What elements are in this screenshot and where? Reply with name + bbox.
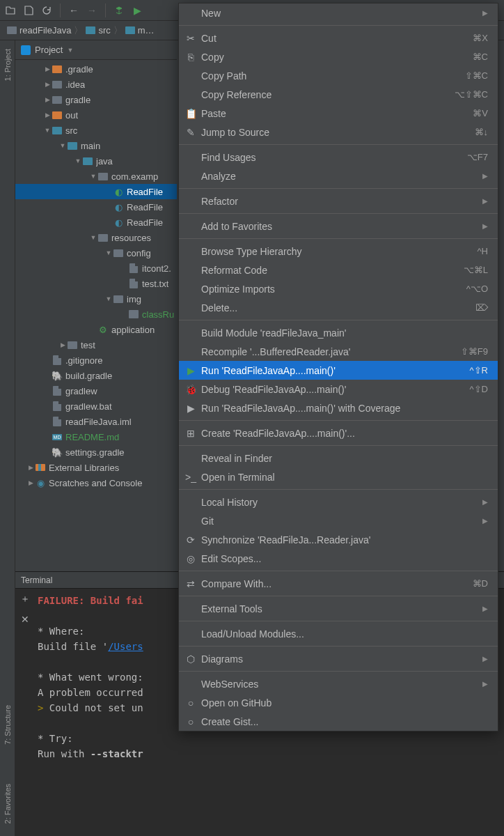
tree-item[interactable]: ▶.idea bbox=[15, 77, 177, 92]
tree-item[interactable]: 🐘settings.gradle bbox=[15, 444, 177, 460]
tree-arrow-icon[interactable]: ▼ bbox=[104, 295, 113, 302]
tree-item[interactable]: ▶gradle bbox=[15, 92, 177, 107]
menu-item[interactable]: ✂Cut⌘X bbox=[179, 29, 498, 47]
menu-item[interactable]: ⊞Create 'ReadFileJavaAp....main()'... bbox=[179, 424, 498, 442]
menu-item[interactable]: New▶ bbox=[179, 3, 498, 22]
tree-item[interactable]: ◐ReadFile bbox=[15, 184, 177, 199]
save-icon[interactable] bbox=[22, 4, 35, 17]
tab-favorites[interactable]: 2: Favorites bbox=[2, 778, 13, 829]
menu-separator bbox=[179, 420, 498, 421]
refresh-icon[interactable] bbox=[40, 4, 53, 17]
menu-item[interactable]: Refactor▶ bbox=[179, 192, 498, 210]
menu-item[interactable]: Load/Unload Modules... bbox=[179, 624, 498, 643]
submenu-arrow-icon: ▶ bbox=[482, 498, 488, 506]
tree-arrow-icon[interactable]: ▼ bbox=[43, 127, 52, 134]
menu-separator bbox=[179, 571, 498, 571]
tree-arrow-icon[interactable]: ▼ bbox=[58, 142, 67, 149]
menu-item[interactable]: Build Module 'readFileJava_main' bbox=[179, 323, 498, 342]
menu-item[interactable]: Copy Path⇧⌘C bbox=[179, 66, 498, 85]
breadcrumb-item[interactable]: readFileJava bbox=[7, 25, 71, 36]
menu-item[interactable]: Delete...⌦ bbox=[179, 298, 498, 317]
menu-item[interactable]: ⬡Diagrams▶ bbox=[179, 649, 498, 668]
tree-arrow-icon[interactable]: ▶ bbox=[43, 96, 52, 103]
tree-item[interactable]: ⚙application bbox=[15, 322, 177, 337]
tab-structure[interactable]: 7: Structure bbox=[2, 699, 13, 750]
menu-item[interactable]: ▶Run 'ReadFileJavaAp....main()' with Cov… bbox=[179, 398, 498, 417]
run-icon[interactable]: ▶ bbox=[131, 4, 143, 17]
menu-item[interactable]: Add to Favorites▶ bbox=[179, 217, 498, 235]
tree-item[interactable]: ▼main bbox=[15, 138, 177, 153]
tree-item[interactable]: ▶test bbox=[15, 337, 177, 353]
menu-item[interactable]: WebServices▶ bbox=[179, 674, 498, 693]
tree-arrow-icon[interactable]: ▼ bbox=[74, 157, 82, 164]
tree-item[interactable]: .gitignore bbox=[15, 353, 177, 368]
tree-item[interactable]: ▶.gradle bbox=[15, 61, 177, 77]
tree-item[interactable]: ▼img bbox=[15, 291, 177, 307]
menu-item[interactable]: ◎Edit Scopes... bbox=[179, 549, 498, 568]
tree-item[interactable]: ▶out bbox=[15, 107, 177, 123]
menu-separator bbox=[179, 621, 498, 621]
menu-item[interactable]: Browse Type Hierarchy^H bbox=[179, 242, 498, 261]
tree-item[interactable]: ◐ReadFile bbox=[15, 215, 177, 230]
menu-item[interactable]: 🐞Debug 'ReadFileJavaAp....main()'^⇧D bbox=[179, 380, 498, 398]
menu-item[interactable]: Reformat Code⌥⌘L bbox=[179, 261, 498, 279]
tree-item[interactable]: gradlew.bat bbox=[15, 398, 177, 414]
menu-item[interactable]: 📋Paste⌘V bbox=[179, 104, 498, 123]
menu-item[interactable]: Git▶ bbox=[179, 511, 498, 530]
menu-item[interactable]: Find Usages⌥F7 bbox=[179, 148, 498, 167]
tree-node-icon bbox=[52, 385, 63, 396]
menu-item[interactable]: ⇄Compare With...⌘D bbox=[179, 574, 498, 593]
menu-item[interactable]: Copy Reference⌥⇧⌘C bbox=[179, 85, 498, 104]
tree-item[interactable]: ◐ReadFile bbox=[15, 199, 177, 215]
tree-arrow-icon[interactable]: ▶ bbox=[43, 81, 52, 88]
tree-item[interactable]: classRu bbox=[15, 307, 177, 322]
tree-arrow-icon[interactable]: ▶ bbox=[26, 464, 35, 471]
menu-shortcut: ⌘C bbox=[473, 52, 488, 62]
tree-arrow-icon[interactable]: ▼ bbox=[89, 234, 97, 241]
menu-item[interactable]: Optimize Imports^⌥O bbox=[179, 279, 498, 298]
tree-item[interactable]: ▼java bbox=[15, 153, 177, 169]
tree-item[interactable]: ▼config bbox=[15, 245, 177, 261]
tree-item[interactable]: readFileJava.iml bbox=[15, 414, 177, 429]
tree-item[interactable]: 🐘build.gradle bbox=[15, 368, 177, 383]
tree-item[interactable]: ▼src bbox=[15, 123, 177, 138]
menu-item[interactable]: >_Open in Terminal bbox=[179, 467, 498, 486]
tree-item[interactable]: test.txt bbox=[15, 276, 177, 291]
forward-icon[interactable]: → bbox=[86, 4, 98, 17]
menu-item[interactable]: ✎Jump to Source⌘↓ bbox=[179, 123, 498, 141]
tree-arrow-icon[interactable]: ▼ bbox=[89, 173, 97, 180]
tree-arrow-icon[interactable]: ▼ bbox=[104, 249, 113, 256]
tree-item[interactable]: gradlew bbox=[15, 383, 177, 398]
breadcrumb-item[interactable]: m… bbox=[125, 25, 155, 36]
menu-item[interactable]: Analyze▶ bbox=[179, 167, 498, 185]
tree-item[interactable]: ▶External Libraries bbox=[15, 460, 177, 475]
tree-arrow-icon[interactable]: ▶ bbox=[26, 479, 35, 486]
menu-item[interactable]: ○Create Gist... bbox=[179, 712, 498, 731]
tree-item[interactable]: ▶◉Scratches and Console bbox=[15, 475, 177, 490]
menu-item[interactable]: ⟳Synchronize 'ReadFileJa...Reader.java' bbox=[179, 530, 498, 549]
tree-item[interactable]: MDREADME.md bbox=[15, 429, 177, 444]
close-icon[interactable]: ✕ bbox=[21, 614, 29, 625]
tree-arrow-icon[interactable]: ▶ bbox=[58, 341, 67, 348]
tree-arrow-icon[interactable]: ▶ bbox=[43, 65, 52, 72]
menu-label: Load/Unload Modules... bbox=[201, 628, 488, 640]
menu-item[interactable]: Recompile '...BufferedReader.java'⇧⌘F9 bbox=[179, 342, 498, 361]
project-panel-header[interactable]: Project ▼ bbox=[15, 40, 177, 60]
breadcrumb-item[interactable]: src bbox=[86, 25, 110, 36]
menu-item[interactable]: ⎘Copy⌘C bbox=[179, 47, 498, 66]
tree-arrow-icon[interactable]: ▶ bbox=[43, 111, 52, 118]
open-icon[interactable] bbox=[4, 4, 17, 17]
tree-item[interactable]: ▼com.examp bbox=[15, 169, 177, 184]
back-icon[interactable]: ← bbox=[68, 4, 80, 17]
menu-item[interactable]: ○Open on GitHub bbox=[179, 693, 498, 712]
tab-project[interactable]: 1: Project bbox=[2, 43, 13, 86]
tree-item[interactable]: itcont2. bbox=[15, 261, 177, 276]
menu-item[interactable]: External Tools▶ bbox=[179, 599, 498, 618]
chevron-down-icon[interactable]: ▼ bbox=[67, 47, 73, 54]
add-icon[interactable]: ＋ bbox=[20, 593, 30, 605]
menu-item[interactable]: Reveal in Finder bbox=[179, 449, 498, 467]
build-icon[interactable] bbox=[113, 4, 125, 17]
menu-item[interactable]: ▶Run 'ReadFileJavaAp....main()'^⇧R bbox=[179, 361, 498, 380]
menu-item[interactable]: Local History▶ bbox=[179, 493, 498, 511]
tree-item[interactable]: ▼resources bbox=[15, 230, 177, 245]
